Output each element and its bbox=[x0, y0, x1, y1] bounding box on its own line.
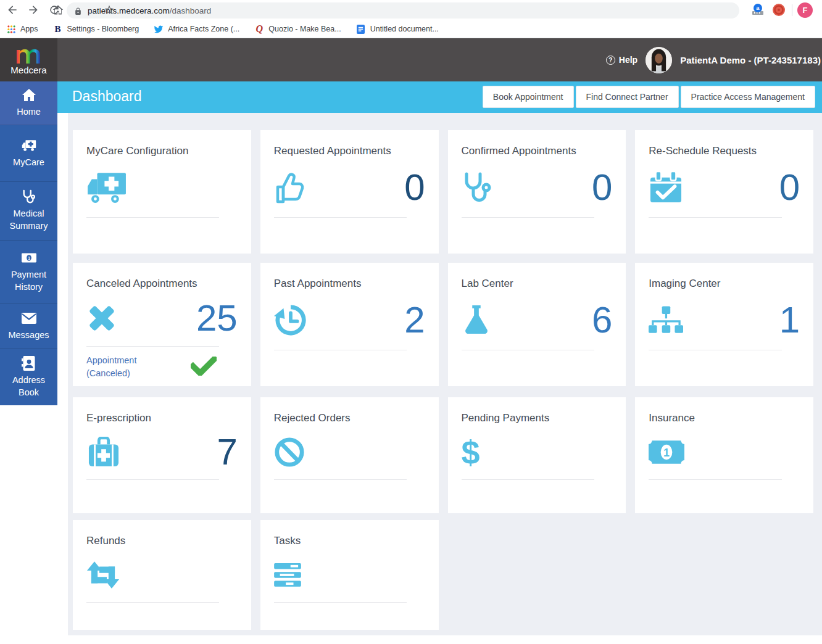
brand-logo[interactable]: Medcera bbox=[0, 38, 57, 81]
user-name[interactable]: PatientA Demo - (PT-243517183) bbox=[680, 55, 821, 65]
sidebar-item-home[interactable]: Home bbox=[0, 81, 57, 125]
sidebar: Home MyCare Medical Summary 1 Payment Hi… bbox=[0, 81, 57, 405]
brand-name: Medcera bbox=[10, 65, 46, 75]
twitter-icon bbox=[154, 24, 164, 34]
url-host: patients.medcera.com bbox=[88, 6, 170, 15]
card-divider bbox=[86, 346, 219, 347]
bookmark-star-icon[interactable] bbox=[104, 4, 115, 15]
check-icon bbox=[191, 357, 217, 378]
card-divider bbox=[274, 350, 407, 350]
card-count: 25 bbox=[196, 300, 238, 337]
card-count: 0 bbox=[592, 169, 612, 206]
user-avatar[interactable] bbox=[646, 47, 672, 73]
card-divider bbox=[649, 479, 781, 480]
card-divider bbox=[274, 602, 407, 603]
bookmark-apps[interactable]: Apps bbox=[6, 24, 38, 34]
money-bill-icon: 1 bbox=[649, 439, 684, 465]
avatar-photo bbox=[646, 47, 672, 73]
svg-text:1: 1 bbox=[27, 255, 30, 261]
card-reschedule-requests[interactable]: Re-Schedule Requests 0 bbox=[635, 130, 813, 254]
extension-red-icon[interactable] bbox=[772, 3, 786, 17]
lock-icon bbox=[74, 7, 82, 15]
bookmark-quozio[interactable]: Q Quozio - Make Bea... bbox=[254, 24, 341, 34]
page-title-bar: Dashboard Book Appointment Find Connect … bbox=[57, 81, 822, 113]
card-count: 6 bbox=[592, 302, 612, 339]
extension-measure-icon[interactable]: a bbox=[751, 3, 765, 17]
tasks-icon bbox=[274, 563, 301, 587]
home-button-icon[interactable] bbox=[52, 4, 64, 16]
card-divider bbox=[649, 217, 781, 218]
bookmark-label: Settings - Bloomberg bbox=[67, 25, 139, 33]
card-divider bbox=[274, 479, 407, 480]
medkit-icon bbox=[86, 437, 121, 468]
browser-toolbar: patients.medcera.com/dashboard a F bbox=[0, 0, 822, 20]
address-bar[interactable]: patients.medcera.com/dashboard bbox=[67, 2, 739, 19]
card-divider bbox=[86, 602, 219, 603]
medcera-logo-icon bbox=[16, 45, 42, 64]
card-past-appointments[interactable]: Past Appointments 2 bbox=[260, 263, 439, 386]
help-label: Help bbox=[619, 55, 637, 65]
card-canceled-appointments[interactable]: Canceled Appointments 25 Appointment (Ca… bbox=[73, 263, 251, 386]
toolbar-divider bbox=[792, 4, 792, 16]
envelope-icon bbox=[22, 311, 36, 326]
bookmark-label: Apps bbox=[20, 25, 38, 33]
bookmark-bloomberg[interactable]: B Settings - Bloomberg bbox=[53, 24, 139, 34]
history-icon bbox=[274, 304, 307, 336]
sitemap-icon bbox=[649, 306, 683, 334]
dashboard-content: MyCare Configuration Requested Appointme… bbox=[68, 113, 822, 635]
bloomberg-icon: B bbox=[53, 24, 63, 34]
card-count: 7 bbox=[217, 434, 237, 471]
card-count: 2 bbox=[404, 302, 425, 339]
book-appointment-button[interactable]: Book Appointment bbox=[483, 86, 574, 108]
app-header: Medcera ? Help PatientA Demo - (PT-24351… bbox=[0, 38, 822, 81]
bookmark-label: Africa Facts Zone (... bbox=[168, 25, 239, 33]
sidebar-item-address-book[interactable]: Address Book bbox=[0, 349, 57, 405]
card-count: 1 bbox=[779, 302, 800, 339]
card-mycare-configuration[interactable]: MyCare Configuration bbox=[73, 130, 251, 254]
docs-icon bbox=[356, 24, 366, 34]
back-icon[interactable] bbox=[6, 4, 19, 16]
url-path: /dashboard bbox=[170, 6, 212, 15]
card-lab-center[interactable]: Lab Center 6 bbox=[448, 263, 626, 386]
ambulance-icon bbox=[22, 138, 36, 153]
bookmark-africa-facts[interactable]: Africa Facts Zone (... bbox=[154, 24, 239, 34]
card-divider bbox=[462, 217, 594, 218]
card-rejected-orders[interactable]: Rejected Orders bbox=[260, 397, 439, 513]
sidebar-item-mycare[interactable]: MyCare bbox=[0, 125, 57, 182]
help-button[interactable]: ? Help bbox=[606, 55, 637, 65]
card-e-prescription[interactable]: E-prescription 7 bbox=[73, 397, 251, 513]
bookmark-label: Quozio - Make Bea... bbox=[268, 25, 341, 33]
card-requested-appointments[interactable]: Requested Appointments 0 bbox=[260, 130, 439, 254]
bookmark-untitled-doc[interactable]: Untitled document... bbox=[356, 24, 439, 34]
card-confirmed-appointments[interactable]: Confirmed Appointments 0 bbox=[448, 130, 626, 254]
quozio-icon: Q bbox=[254, 24, 264, 34]
forward-icon[interactable] bbox=[27, 4, 39, 16]
svg-text:a: a bbox=[756, 4, 760, 11]
ambulance-icon bbox=[86, 171, 127, 204]
stethoscope-icon bbox=[22, 189, 36, 204]
card-imaging-center[interactable]: Imaging Center 1 bbox=[635, 263, 813, 386]
address-book-icon bbox=[22, 356, 36, 371]
sidebar-item-messages[interactable]: Messages bbox=[0, 303, 57, 349]
bookmark-label: Untitled document... bbox=[370, 25, 439, 33]
practice-access-management-button[interactable]: Practice Access Management bbox=[681, 86, 815, 108]
card-refunds[interactable]: Refunds bbox=[73, 520, 251, 630]
card-count: 0 bbox=[779, 169, 800, 206]
home-icon bbox=[22, 88, 36, 102]
card-tasks[interactable]: Tasks bbox=[260, 520, 439, 630]
x-cross-icon bbox=[86, 303, 117, 334]
find-connect-partner-button[interactable]: Find Connect Partner bbox=[576, 86, 679, 108]
calendar-check-icon bbox=[649, 171, 683, 204]
appointment-canceled-link[interactable]: Appointment (Canceled) bbox=[86, 354, 160, 380]
card-divider bbox=[462, 479, 594, 480]
card-count: 0 bbox=[404, 169, 425, 206]
sidebar-item-payment-history[interactable]: 1 Payment History bbox=[0, 241, 57, 303]
card-divider bbox=[86, 217, 219, 218]
card-divider bbox=[649, 350, 781, 350]
dollar-icon: $ bbox=[462, 436, 480, 469]
sidebar-item-medical-summary[interactable]: Medical Summary bbox=[0, 182, 57, 241]
card-pending-payments[interactable]: Pending Payments $ bbox=[448, 397, 626, 513]
browser-profile-avatar[interactable]: F bbox=[797, 2, 813, 18]
card-insurance[interactable]: Insurance 1 bbox=[635, 397, 813, 513]
flask-icon bbox=[462, 304, 491, 336]
